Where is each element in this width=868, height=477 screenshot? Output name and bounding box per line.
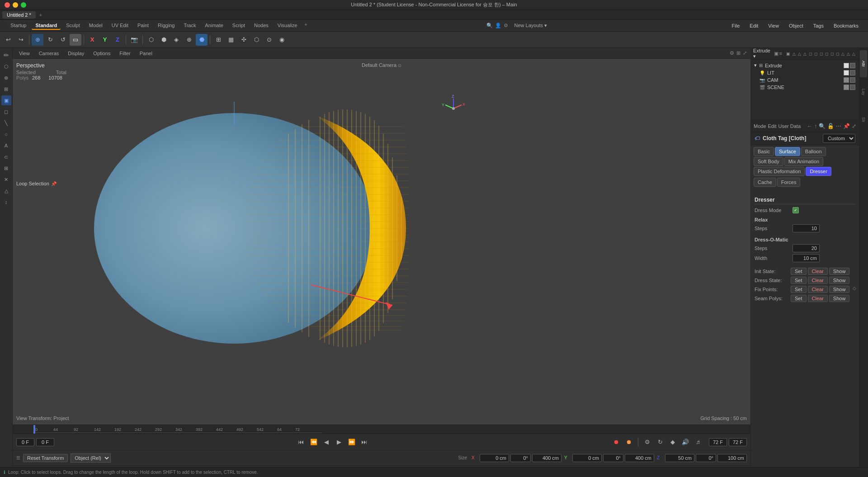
vp-settings-icon[interactable]: ⚙ — [730, 50, 734, 56]
z-axis-button[interactable]: Z — [112, 34, 123, 46]
menu-tags[interactable]: Tags — [810, 22, 827, 30]
scene-item-lit[interactable]: 💡 LIT — [750, 69, 859, 76]
transform-hamburger[interactable]: ☰ — [16, 455, 20, 460]
obj-icon-4[interactable]: △ — [802, 51, 807, 57]
width-input[interactable] — [793, 254, 820, 262]
maximize-button[interactable] — [21, 2, 26, 8]
end-frame-display2[interactable]: 72 F — [729, 438, 747, 446]
settings-icon[interactable]: ⚙ — [504, 23, 508, 28]
attr-mode[interactable]: Mode — [754, 123, 766, 129]
left-tool-3[interactable]: ⊕ — [1, 73, 11, 83]
left-tool-12[interactable]: ✕ — [1, 175, 11, 184]
object-mode-button[interactable]: ⬡ — [145, 34, 157, 46]
filter-button[interactable]: ⬡ — [250, 34, 262, 46]
loop-selection-pin[interactable]: 📌 — [51, 181, 57, 186]
minimize-button[interactable] — [13, 2, 18, 8]
step-back-button[interactable]: ⏪ — [308, 437, 319, 448]
fix-points-show[interactable]: Show — [829, 286, 850, 293]
left-tool-5[interactable]: ▣ — [1, 95, 11, 105]
render-button[interactable]: 📷 — [128, 34, 140, 46]
go-end-button[interactable]: ⏭ — [359, 437, 370, 448]
close-button[interactable] — [5, 2, 10, 8]
dress-state-clear[interactable]: Clear — [808, 277, 828, 284]
left-tool-1[interactable]: ✏ — [1, 50, 11, 60]
mode-animate[interactable]: Animate — [201, 22, 226, 30]
obj-icon-7[interactable]: ◻ — [819, 51, 824, 57]
tab-cache[interactable]: Cache — [754, 178, 776, 187]
y-pos-input[interactable] — [572, 454, 602, 462]
structure-tab[interactable]: Str — [860, 106, 867, 133]
object-rel-select[interactable]: Object (Rel) — [71, 453, 111, 463]
mode-uv-edit[interactable]: UV Edit — [108, 22, 132, 30]
y-rot-input[interactable] — [603, 454, 623, 462]
viewport-canvas[interactable]: X Y Z Perspective Selected Total Polys 2… — [13, 59, 750, 425]
edge-mode-button[interactable]: ◈ — [170, 34, 182, 46]
obj-icon-12[interactable]: △ — [846, 51, 851, 57]
scene-icon-1[interactable]: ▣ — [774, 51, 778, 57]
seam-polys-show[interactable]: Show — [829, 295, 850, 302]
vp-expand-icon[interactable]: ⤢ — [743, 50, 747, 56]
obj-icon-9[interactable]: ◻ — [830, 51, 835, 57]
scene-item-extrude[interactable]: ▾ ⊞ Extrude — [750, 61, 859, 69]
seam-polys-clear[interactable]: Clear — [808, 295, 828, 302]
left-tool-14[interactable]: ↕ — [1, 197, 11, 207]
play-button[interactable]: ▶ — [334, 437, 344, 448]
tab-forces[interactable]: Forces — [777, 178, 801, 187]
mode-startup[interactable]: Startup — [7, 22, 30, 30]
tab-surface[interactable]: Surface — [775, 147, 800, 156]
playback-settings-button[interactable]: ⚙ — [642, 437, 653, 448]
obj-icon-5[interactable]: ◻ — [808, 51, 813, 57]
snap-button[interactable]: ✣ — [238, 34, 250, 46]
x-pos-input[interactable] — [480, 454, 509, 462]
current-frame-display[interactable]: 0 F — [36, 438, 54, 446]
menu-edit[interactable]: Edit — [746, 22, 762, 30]
dress-steps-input[interactable] — [793, 244, 820, 252]
attr-search-icon[interactable]: 🔍 — [819, 123, 826, 129]
vp-menu-cameras[interactable]: Cameras — [36, 50, 62, 57]
mode-sculpt[interactable]: Sculpt — [62, 22, 84, 30]
step-forward-button[interactable]: ⏩ — [346, 437, 357, 448]
move-tool-button[interactable]: ↻ — [44, 34, 56, 46]
redo-button[interactable]: ↪ — [15, 34, 27, 46]
menu-view[interactable]: View — [764, 22, 783, 30]
x-rot-input[interactable] — [510, 454, 531, 462]
live-selection-button[interactable]: ⊕ — [32, 34, 43, 46]
shading-button[interactable]: ⊞ — [212, 34, 224, 46]
left-tool-8[interactable]: ○ — [1, 129, 11, 139]
scene-item-cam[interactable]: 📷 CAM — [750, 76, 859, 84]
attr-user-data[interactable]: User Data — [778, 123, 801, 129]
vp-menu-options[interactable]: Options — [90, 50, 113, 57]
obj-icon-6[interactable]: ◻ — [813, 51, 818, 57]
go-start-button[interactable]: ⏮ — [296, 437, 307, 448]
play-reverse-button[interactable]: ◀ — [321, 437, 332, 448]
record-keyframe-button[interactable]: ⏺ — [623, 437, 634, 448]
search-icon[interactable]: 🔍 — [486, 23, 493, 28]
dress-state-show[interactable]: Show — [829, 277, 850, 284]
dress-mode-checkbox[interactable]: ✓ — [793, 207, 799, 213]
vp-layout-icon[interactable]: ⊞ — [736, 50, 741, 56]
attr-lock-icon[interactable]: 🔓 — [827, 123, 834, 129]
left-tool-4[interactable]: ⊞ — [1, 84, 11, 94]
fix-points-set[interactable]: Set — [791, 286, 807, 293]
scene-item-scene[interactable]: 🎬 SCENE — [750, 84, 859, 91]
tab-untitled[interactable]: Untitled 2 * — [2, 11, 36, 19]
attributes-tab[interactable]: Attr — [860, 50, 867, 77]
attr-edit[interactable]: Edit — [768, 123, 777, 129]
obj-icon-8[interactable]: ◻ — [824, 51, 829, 57]
tab-plastic-deformation[interactable]: Plastic Deformation — [754, 167, 805, 176]
attr-pin-icon[interactable]: 📌 — [843, 123, 850, 129]
vp-menu-filter[interactable]: Filter — [117, 50, 133, 57]
dress-state-set[interactable]: Set — [791, 277, 807, 284]
extrude-label[interactable]: Extrude ▾ — [753, 48, 773, 59]
y-axis-button[interactable]: Y — [99, 34, 111, 46]
vp-menu-panel[interactable]: Panel — [137, 50, 155, 57]
keyframe-button[interactable]: ◆ — [667, 437, 678, 448]
x-size-input[interactable] — [532, 454, 561, 462]
left-tool-7[interactable]: ╲ — [1, 118, 11, 128]
left-tool-2[interactable]: ⬡ — [1, 61, 11, 71]
mode-paint[interactable]: Paint — [134, 22, 152, 30]
end-frame-display[interactable]: 72 F — [709, 438, 727, 446]
timeline-cursor[interactable] — [33, 425, 35, 434]
camera-display-button[interactable]: ◉ — [276, 34, 288, 46]
tab-balloon[interactable]: Balloon — [801, 147, 826, 156]
